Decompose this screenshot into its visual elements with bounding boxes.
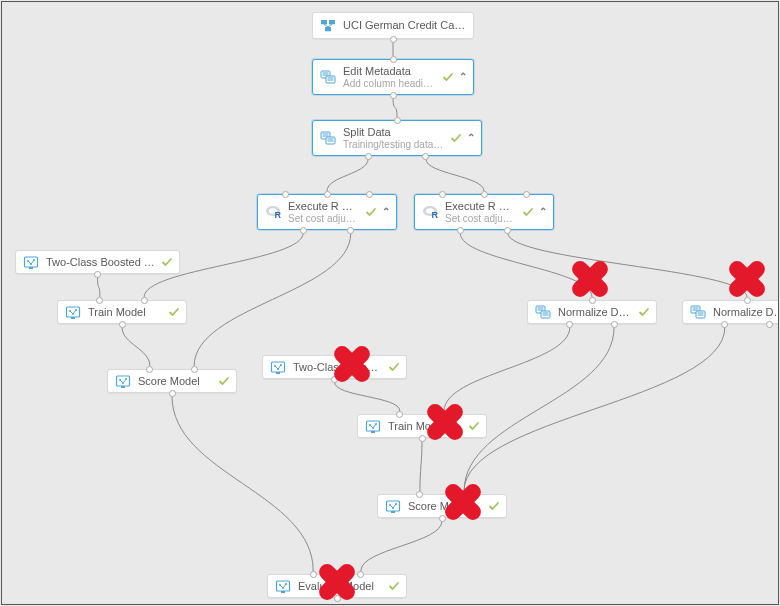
module-icon: [534, 303, 552, 321]
node-title: Score Model: [408, 500, 482, 513]
svg-text:R: R: [275, 210, 282, 220]
port-out[interactable]: [439, 515, 446, 522]
svg-rect-21: [25, 257, 38, 267]
wire: [194, 233, 351, 366]
port-out[interactable]: [300, 227, 307, 234]
node-text: Two-Class Boosted Decision...: [46, 256, 155, 269]
port-in[interactable]: [324, 191, 331, 198]
node-subtitle: Set cost adjustment: [445, 213, 516, 225]
node-subtitle: Training/testing data split 50%: [343, 139, 444, 151]
port-out[interactable]: [390, 36, 397, 43]
node-title: Normalize Data: [558, 306, 632, 319]
port-out[interactable]: [566, 321, 573, 328]
status-ok-icon: [388, 580, 400, 592]
node-text: Train Model: [88, 306, 162, 319]
svg-rect-53: [367, 421, 380, 431]
wire: [426, 159, 484, 191]
port-in[interactable]: [310, 571, 317, 578]
r-icon: R: [421, 203, 439, 221]
collapse-toggle-icon[interactable]: ⌃: [382, 207, 390, 217]
port-in[interactable]: [523, 191, 530, 198]
status-ok-icon: [488, 500, 500, 512]
port-out[interactable]: [334, 595, 341, 602]
status-ok-icon: [168, 306, 180, 318]
wire: [464, 327, 725, 491]
node-normL[interactable]: Normalize Data: [527, 300, 657, 324]
port-in[interactable]: [441, 411, 448, 418]
port-out[interactable]: [721, 321, 728, 328]
status-ok-icon: [388, 361, 400, 373]
port-in[interactable]: [96, 297, 103, 304]
port-out[interactable]: [422, 153, 429, 160]
algo-icon: [114, 372, 132, 390]
port-in[interactable]: [439, 191, 446, 198]
algo-icon: [269, 358, 287, 376]
port-out[interactable]: [419, 435, 426, 442]
port-in[interactable]: [461, 491, 468, 498]
port-out[interactable]: [766, 321, 773, 328]
node-text: Split DataTraining/testing data split 50…: [343, 126, 444, 151]
node-title: Train Model: [388, 420, 462, 433]
port-out[interactable]: [390, 92, 397, 99]
port-in[interactable]: [394, 117, 401, 124]
node-title: Two-Class Support Vector...: [293, 361, 382, 374]
module-icon: [689, 303, 707, 321]
wire: [444, 327, 570, 411]
r-icon: R: [264, 203, 282, 221]
svg-rect-57: [371, 431, 375, 433]
node-title: Evaluate Model: [298, 580, 382, 593]
node-title: Score Model: [138, 375, 212, 388]
wire: [508, 233, 747, 297]
dataset-icon: [319, 17, 337, 35]
port-in[interactable]: [744, 297, 751, 304]
port-in[interactable]: [141, 297, 148, 304]
port-out[interactable]: [347, 227, 354, 234]
svg-rect-63: [277, 581, 290, 591]
algo-icon: [384, 497, 402, 515]
port-out[interactable]: [504, 227, 511, 234]
svg-rect-30: [71, 317, 75, 319]
collapse-toggle-icon[interactable]: ⌃: [539, 207, 547, 217]
node-text: Score Model: [138, 375, 212, 388]
port-in[interactable]: [282, 191, 289, 198]
port-in[interactable]: [191, 366, 198, 373]
node-rL[interactable]: RExecute R ScriptSet cost adjustment⌃: [257, 194, 397, 230]
port-in[interactable]: [416, 491, 423, 498]
node-text: Execute R ScriptSet cost adjustment: [445, 200, 516, 225]
port-out[interactable]: [169, 390, 176, 397]
port-in[interactable]: [589, 297, 596, 304]
port-in[interactable]: [390, 56, 397, 63]
port-out[interactable]: [365, 153, 372, 160]
algo-icon: [364, 417, 382, 435]
svg-rect-71: [726, 258, 768, 300]
node-normR[interactable]: Normalize Data: [682, 300, 779, 324]
svg-rect-40: [276, 372, 280, 374]
port-out[interactable]: [331, 376, 338, 383]
svg-rect-31: [117, 376, 130, 386]
node-split[interactable]: Split DataTraining/testing data split 50…: [312, 120, 482, 156]
status-ok-icon: [218, 375, 230, 387]
port-out[interactable]: [119, 321, 126, 328]
collapse-toggle-icon[interactable]: ⌃: [467, 133, 475, 143]
wire: [420, 441, 422, 491]
status-ok-icon: [450, 132, 462, 144]
port-in[interactable]: [366, 191, 373, 198]
svg-rect-1: [329, 20, 335, 24]
svg-rect-25: [29, 267, 33, 269]
port-in[interactable]: [481, 191, 488, 198]
svg-rect-58: [387, 501, 400, 511]
node-title: Execute R Script: [288, 200, 359, 213]
collapse-toggle-icon[interactable]: ⌃: [459, 72, 467, 82]
node-title: Normalize Data: [713, 306, 779, 319]
port-in[interactable]: [396, 411, 403, 418]
port-in[interactable]: [357, 571, 364, 578]
node-text: UCI German Credit Card Data: [343, 19, 467, 32]
port-out[interactable]: [457, 227, 464, 234]
port-out[interactable]: [611, 321, 618, 328]
node-dataset[interactable]: UCI German Credit Card Data: [312, 12, 474, 39]
port-out[interactable]: [94, 271, 101, 278]
port-in[interactable]: [146, 366, 153, 373]
node-editmeta[interactable]: Edit MetadataAdd column headings⌃: [312, 59, 474, 95]
wire: [335, 382, 400, 411]
node-rR[interactable]: RExecute R ScriptSet cost adjustment⌃: [414, 194, 554, 230]
